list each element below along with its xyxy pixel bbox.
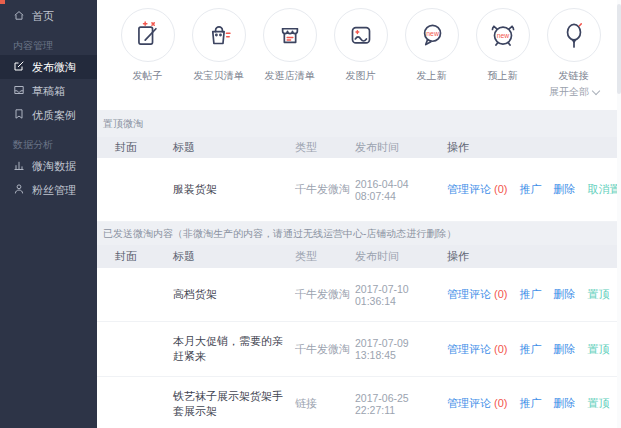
post-icon <box>121 8 175 62</box>
table-header: 封面 标题 类型 发布时间 操作 <box>97 245 617 268</box>
promote-link[interactable]: 推广 <box>520 342 542 357</box>
sidebar-item-label: 微淘数据 <box>32 159 76 174</box>
main-content: 发帖子 发宝贝清单 <box>97 0 621 428</box>
pinned-table: 封面 标题 类型 发布时间 操作 服装货架 千牛发微淘 2016-04-04 0… <box>97 137 617 222</box>
publish-shortcuts-panel: 发帖子 发宝贝清单 <box>97 0 621 110</box>
fans-icon <box>13 183 25 197</box>
row-type: 链接 <box>295 396 355 411</box>
chevron-down-icon <box>592 86 600 94</box>
pinned-section-title: 置顶微淘 <box>97 110 621 137</box>
pin-link[interactable]: 置顶 <box>588 287 610 302</box>
col-title: 标题 <box>173 140 295 155</box>
item-list-icon <box>192 8 246 62</box>
manage-comments-link[interactable]: 管理评论 (0) <box>447 287 508 302</box>
sidebar-section-data: 数据分析 <box>0 136 97 154</box>
row-type: 千牛发微淘 <box>295 182 355 197</box>
col-title: 标题 <box>173 249 295 264</box>
sidebar-item-publish-weitao[interactable]: 发布微淘 <box>0 55 97 79</box>
delete-link[interactable]: 删除 <box>554 182 576 197</box>
table-header: 封面 标题 类型 发布时间 操作 <box>97 137 617 158</box>
table-row: 本月大促销，需要的亲赶紧来 千牛发微淘 2017-07-09 13:18:45 … <box>97 322 617 377</box>
sidebar-item-drafts[interactable]: 草稿箱 <box>0 79 97 103</box>
delete-link[interactable]: 删除 <box>554 396 576 411</box>
link-icon <box>547 8 601 62</box>
home-icon <box>13 9 25 23</box>
comment-count: (0) <box>494 288 507 300</box>
manage-comments-link[interactable]: 管理评论 (0) <box>447 182 508 197</box>
sidebar-item-home[interactable]: 首页 <box>0 0 97 28</box>
sidebar-item-fans-management[interactable]: 粉丝管理 <box>0 178 97 202</box>
pin-link[interactable]: 置顶 <box>588 396 610 411</box>
sidebar-item-quality-cases[interactable]: 优质案例 <box>0 103 97 127</box>
comment-count: (0) <box>494 183 507 195</box>
row-title: 服装货架 <box>173 182 295 197</box>
table-row: 服装货架 千牛发微淘 2016-04-04 08:07:44 管理评论 (0) … <box>97 158 617 222</box>
shortcut-label: 发宝贝清单 <box>194 69 244 83</box>
table-row: 高档货架 千牛发微淘 2017-07-10 01:36:14 管理评论 (0) … <box>97 268 617 322</box>
shortcut-post[interactable]: 发帖子 <box>112 0 183 110</box>
col-time: 发布时间 <box>355 140 447 155</box>
logo-fragment <box>0 0 5 4</box>
compose-icon <box>13 60 25 74</box>
shortcut-label: 发上新 <box>417 69 447 83</box>
new-arrival-icon: new <box>405 8 459 62</box>
drafts-icon <box>13 84 25 98</box>
new-badge: new <box>426 30 439 37</box>
unpin-link[interactable]: 取消置顶 <box>588 182 621 197</box>
col-ops: 操作 <box>447 140 617 155</box>
shortcut-shop-list[interactable]: 发逛店清单 <box>254 0 325 110</box>
shortcut-label: 发链接 <box>559 69 589 83</box>
sidebar-item-label: 粉丝管理 <box>32 183 76 198</box>
sent-section-title: 已发送微淘内容（非微淘生产的内容，请通过无线运营中心-店铺动态进行删除） <box>97 222 621 245</box>
sent-table: 封面 标题 类型 发布时间 操作 高档货架 千牛发微淘 2017-07-10 0… <box>97 245 617 428</box>
promote-link[interactable]: 推广 <box>520 287 542 302</box>
manage-comments-link[interactable]: 管理评论 (0) <box>447 396 508 411</box>
shortcut-label: 预上新 <box>488 69 518 83</box>
promote-link[interactable]: 推广 <box>520 182 542 197</box>
shortcut-label: 发帖子 <box>133 69 163 83</box>
sidebar-item-weitao-data[interactable]: 微淘数据 <box>0 154 97 178</box>
sidebar: 首页 内容管理 发布微淘 草稿箱 优质案例 数据分析 <box>0 0 97 428</box>
scrollbar[interactable] <box>617 0 621 428</box>
bar-chart-icon <box>13 159 25 173</box>
table-row: 铁艺袜子展示架货架手套展示架 链接 2017-06-25 22:27:11 管理… <box>97 377 617 428</box>
shortcut-label: 发逛店清单 <box>265 69 315 83</box>
expand-all-label: 展开全部 <box>549 85 589 99</box>
row-time: 2017-07-10 01:36:14 <box>355 283 447 307</box>
shortcut-label: 发图片 <box>346 69 376 83</box>
sidebar-section-content: 内容管理 <box>0 37 97 55</box>
sidebar-item-label: 优质案例 <box>32 108 76 123</box>
row-time: 2017-06-25 22:27:11 <box>355 392 447 416</box>
pre-new-icon: new <box>476 8 530 62</box>
new-badge: new <box>496 32 509 39</box>
row-time: 2016-04-04 08:07:44 <box>355 178 447 202</box>
shortcut-image[interactable]: 发图片 <box>325 0 396 110</box>
manage-comments-link[interactable]: 管理评论 (0) <box>447 342 508 357</box>
image-icon <box>334 8 388 62</box>
row-type: 千牛发微淘 <box>295 287 355 302</box>
sidebar-item-label: 发布微淘 <box>32 60 76 75</box>
delete-link[interactable]: 删除 <box>554 287 576 302</box>
shop-list-icon <box>263 8 317 62</box>
row-title: 铁艺袜子展示架货架手套展示架 <box>173 389 295 419</box>
col-ops: 操作 <box>447 249 617 264</box>
delete-link[interactable]: 删除 <box>554 342 576 357</box>
row-title: 高档货架 <box>173 287 295 302</box>
shortcut-pre-new[interactable]: new 预上新 <box>467 0 538 110</box>
col-cover: 封面 <box>115 249 173 264</box>
col-type: 类型 <box>295 249 355 264</box>
shortcut-item-list[interactable]: 发宝贝清单 <box>183 0 254 110</box>
row-title: 本月大促销，需要的亲赶紧来 <box>173 334 295 364</box>
shortcut-new-arrival[interactable]: new 发上新 <box>396 0 467 110</box>
comment-count: (0) <box>494 343 507 355</box>
col-type: 类型 <box>295 140 355 155</box>
pin-link[interactable]: 置顶 <box>588 342 610 357</box>
expand-all-button[interactable]: 展开全部 <box>549 85 599 99</box>
row-time: 2017-07-09 13:18:45 <box>355 337 447 361</box>
row-type: 千牛发微淘 <box>295 342 355 357</box>
col-time: 发布时间 <box>355 249 447 264</box>
scrollbar-thumb[interactable] <box>617 4 621 94</box>
comment-count: (0) <box>494 397 507 409</box>
promote-link[interactable]: 推广 <box>520 396 542 411</box>
col-cover: 封面 <box>115 140 173 155</box>
